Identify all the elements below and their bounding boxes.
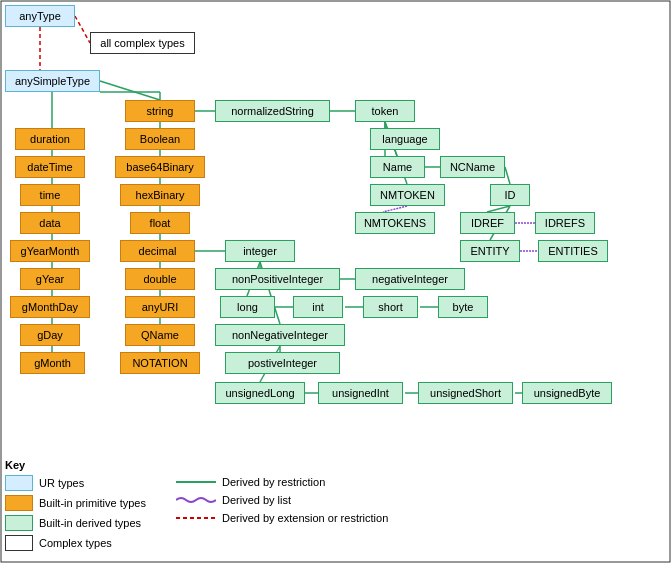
node-decimal: decimal (120, 240, 195, 262)
key-ur-label: UR types (39, 477, 84, 489)
node-base64Binary: base64Binary (115, 156, 205, 178)
key-derived: Built-in derived types (5, 515, 146, 531)
node-negativeInteger: negativeInteger (355, 268, 465, 290)
node-time: time (20, 184, 80, 206)
node-ENTITIES: ENTITIES (538, 240, 608, 262)
node-duration: duration (15, 128, 85, 150)
key-line-extension-label: Derived by extension or restriction (222, 512, 388, 524)
svg-line-11 (505, 167, 510, 184)
node-short: short (363, 296, 418, 318)
key-ur-box (5, 475, 33, 491)
key-line-restriction-label: Derived by restriction (222, 476, 325, 488)
node-float: float (130, 212, 190, 234)
node-string: string (125, 100, 195, 122)
node-QName: QName (125, 324, 195, 346)
key-derived-box (5, 515, 33, 531)
node-NCName: NCName (440, 156, 505, 178)
node-ID: ID (490, 184, 530, 206)
key-title: Key (5, 459, 388, 471)
key-complex: Complex types (5, 535, 146, 551)
key-primitive-label: Built-in primitive types (39, 497, 146, 509)
key-line-list-label: Derived by list (222, 494, 291, 506)
node-anyURI: anyURI (125, 296, 195, 318)
node-IDREFS: IDREFS (535, 212, 595, 234)
key-derived-label: Built-in derived types (39, 517, 141, 529)
node-anySimpleType: anySimpleType (5, 70, 100, 92)
key-line-extension: Derived by extension or restriction (176, 511, 388, 525)
node-ENTITY: ENTITY (460, 240, 520, 262)
key-ur: UR types (5, 475, 146, 491)
node-gDay: gDay (20, 324, 80, 346)
key-line-extension-visual (176, 511, 216, 525)
node-language: language (370, 128, 440, 150)
node-NMTOKENS: NMTOKENS (355, 212, 435, 234)
key-line-list-visual (176, 493, 216, 507)
node-data: data (20, 212, 80, 234)
node-NMTOKEN: NMTOKEN (370, 184, 445, 206)
node-double: double (125, 268, 195, 290)
key-complex-box (5, 535, 33, 551)
node-unsignedShort: unsignedShort (418, 382, 513, 404)
node-gMonth: gMonth (20, 352, 85, 374)
svg-line-1 (75, 16, 90, 43)
node-anyType: anyType (5, 5, 75, 27)
node-byte: byte (438, 296, 488, 318)
key-section: Key UR types Built-in primitive types Bu… (5, 459, 388, 555)
node-unsignedByte: unsignedByte (522, 382, 612, 404)
svg-line-2 (100, 81, 160, 100)
node-nonNegativeInteger: nonNegativeInteger (215, 324, 345, 346)
key-line-restriction: Derived by restriction (176, 475, 388, 489)
key-complex-label: Complex types (39, 537, 112, 549)
node-int: int (293, 296, 343, 318)
key-line-restriction-visual (176, 475, 216, 489)
node-gMonthDay: gMonthDay (10, 296, 90, 318)
node-Boolean: Boolean (125, 128, 195, 150)
node-dateTime: dateTime (15, 156, 85, 178)
node-unsignedLong: unsignedLong (215, 382, 305, 404)
diagram: anyType all complex types anySimpleType … (0, 0, 671, 563)
node-complexTypes: all complex types (90, 32, 195, 54)
node-hexBinary: hexBinary (120, 184, 200, 206)
node-gYear: gYear (20, 268, 80, 290)
key-primitive-box (5, 495, 33, 511)
node-NOTATION: NOTATION (120, 352, 200, 374)
node-long: long (220, 296, 275, 318)
node-unsignedInt: unsignedInt (318, 382, 403, 404)
node-positiveInteger: postiveInteger (225, 352, 340, 374)
node-integer: integer (225, 240, 295, 262)
node-normalizedString: normalizedString (215, 100, 330, 122)
key-primitive: Built-in primitive types (5, 495, 146, 511)
node-token: token (355, 100, 415, 122)
node-Name: Name (370, 156, 425, 178)
node-gYearMonth: gYearMonth (10, 240, 90, 262)
node-nonPositiveInteger: nonPositiveInteger (215, 268, 340, 290)
node-IDREF: IDREF (460, 212, 515, 234)
key-line-list: Derived by list (176, 493, 388, 507)
